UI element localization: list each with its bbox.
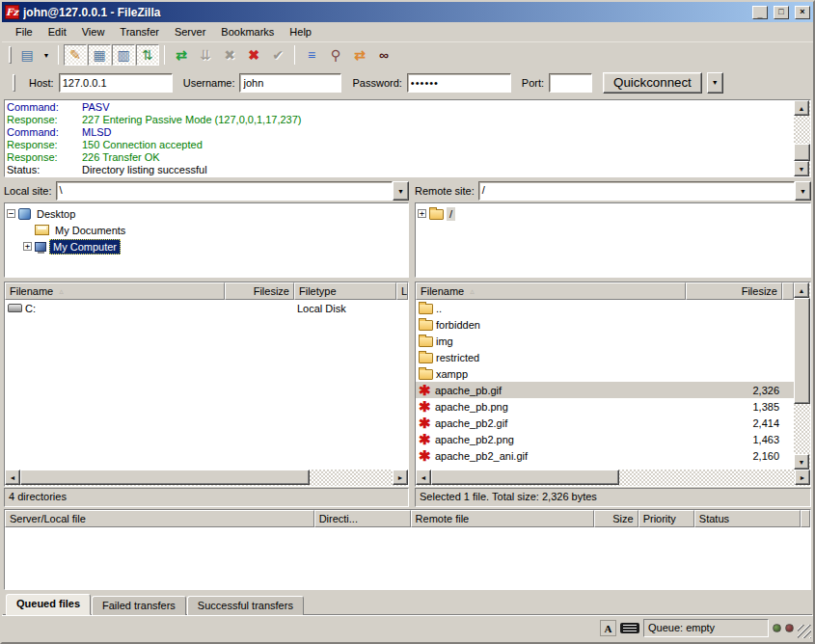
password-input[interactable] xyxy=(407,73,511,93)
column-header-direction[interactable]: Directi... xyxy=(314,510,411,527)
remote-horizontal-scrollbar[interactable]: ◄ ► xyxy=(416,470,810,486)
remote-file-row[interactable]: ✱apache_pb2.gif 2,414 xyxy=(416,415,794,431)
site-manager-button[interactable]: ▤ xyxy=(15,44,39,66)
scroll-down-icon[interactable]: ▼ xyxy=(794,454,809,470)
host-input[interactable] xyxy=(59,73,173,93)
quickconnect-button[interactable]: Quickconnect xyxy=(603,72,702,94)
log-scrollbar-thumb[interactable] xyxy=(794,144,810,161)
tree-item-root[interactable]: + / xyxy=(418,205,810,222)
column-header-server-local-file[interactable]: Server/Local file xyxy=(5,510,314,527)
tree-item-label[interactable]: / xyxy=(447,207,455,221)
local-hscroll-thumb[interactable] xyxy=(20,470,310,485)
process-queue-button[interactable]: ⇊ xyxy=(194,44,217,66)
remote-site-combo[interactable]: / ▼ xyxy=(478,181,811,201)
column-header-filetype[interactable]: Filetype xyxy=(294,282,396,300)
remote-file-row-selected[interactable]: ✱apache_pb.gif 2,326 xyxy=(416,382,794,398)
site-manager-dropdown-button[interactable]: ▼ xyxy=(40,44,53,66)
expand-icon[interactable]: + xyxy=(418,209,426,218)
remote-file-row[interactable]: restricted xyxy=(416,349,794,365)
toggle-message-log-button[interactable]: ✎ xyxy=(64,44,87,66)
menu-file[interactable]: File xyxy=(8,23,41,40)
column-header-priority[interactable]: Priority xyxy=(638,510,694,527)
tab-successful-transfers[interactable]: Successful transfers xyxy=(187,596,304,615)
window-resize-grip[interactable] xyxy=(798,625,811,638)
menu-help[interactable]: Help xyxy=(282,23,319,40)
local-site-dropdown-button[interactable]: ▼ xyxy=(393,181,409,201)
remote-vscroll-thumb[interactable] xyxy=(794,298,810,404)
menu-view[interactable]: View xyxy=(74,23,113,40)
filter-button[interactable]: ≡ xyxy=(300,44,323,66)
remote-file-row[interactable]: ✱apache_pb2_ani.gif 2,160 xyxy=(416,447,794,464)
remote-file-row[interactable]: ✱apache_pb.png 1,385 xyxy=(416,398,794,415)
remote-file-row[interactable]: xampp xyxy=(416,365,794,382)
local-site-combo[interactable]: \ ▼ xyxy=(56,181,409,201)
column-header-status[interactable]: Status xyxy=(694,510,801,527)
tree-item-desktop[interactable]: − Desktop xyxy=(7,205,408,222)
column-header-lastmodified[interactable]: L xyxy=(396,282,408,300)
tree-item-label[interactable]: Desktop xyxy=(34,207,78,221)
column-header-filesize[interactable]: Filesize xyxy=(686,282,782,300)
close-button[interactable]: × xyxy=(795,6,810,19)
remote-hscroll-thumb[interactable] xyxy=(431,470,619,485)
refresh-button[interactable]: ⇄ xyxy=(170,44,193,66)
column-header-filename[interactable]: Filename▵ xyxy=(416,282,686,300)
directory-comparison-button[interactable]: ⚲ xyxy=(324,44,347,66)
remote-list-rows[interactable]: .. forbidden img restricted xyxy=(416,300,794,470)
tree-item-my-documents[interactable]: My Documents xyxy=(7,222,408,238)
quickbar-grip[interactable] xyxy=(13,74,15,92)
tree-item-label[interactable]: My Documents xyxy=(52,224,128,237)
scroll-left-icon[interactable]: ◄ xyxy=(416,470,431,485)
remote-site-dropdown-button[interactable]: ▼ xyxy=(795,181,811,201)
local-horizontal-scrollbar[interactable]: ◄ ► xyxy=(5,470,408,486)
cancel-operation-button[interactable]: ✖ xyxy=(218,44,241,66)
tab-queued-files[interactable]: Queued files xyxy=(6,594,91,615)
toggle-remote-tree-button[interactable]: ▥ xyxy=(112,44,135,66)
reconnect-button[interactable]: ✔ xyxy=(266,44,289,66)
tree-item-label[interactable]: My Computer xyxy=(49,239,121,255)
local-directory-tree[interactable]: − Desktop My Documents + My Computer xyxy=(4,202,409,278)
remote-file-row[interactable]: forbidden xyxy=(416,316,794,333)
scroll-up-icon[interactable]: ▲ xyxy=(794,100,809,116)
local-file-row-c-drive[interactable]: C: Local Disk xyxy=(5,300,408,316)
remote-file-row[interactable]: ✱apache_pb2.png 1,463 xyxy=(416,431,794,447)
toggle-transfer-queue-button[interactable]: ⇅ xyxy=(136,44,159,66)
scroll-right-icon[interactable]: ► xyxy=(795,470,810,485)
menu-edit[interactable]: Edit xyxy=(41,23,74,40)
column-header-filesize[interactable]: Filesize xyxy=(225,282,294,300)
expand-icon[interactable]: + xyxy=(23,242,32,251)
scroll-down-icon[interactable]: ▼ xyxy=(794,161,809,176)
toolbar-grip[interactable] xyxy=(9,46,12,64)
remote-site-value[interactable]: / xyxy=(478,181,795,201)
maximize-button[interactable]: □ xyxy=(774,6,789,19)
menu-bookmarks[interactable]: Bookmarks xyxy=(213,23,282,40)
message-log[interactable]: Command:PASV Response:227 Entering Passi… xyxy=(5,100,794,176)
queue-list-area[interactable] xyxy=(5,527,810,589)
toggle-local-tree-button[interactable]: ▦ xyxy=(88,44,111,66)
scroll-left-icon[interactable]: ◄ xyxy=(5,470,20,485)
remote-vertical-scrollbar[interactable]: ▲ ▼ xyxy=(794,282,810,470)
column-header-filename[interactable]: Filename▵ xyxy=(5,282,225,300)
port-input[interactable] xyxy=(549,73,592,93)
local-list-rows[interactable]: C: Local Disk xyxy=(5,300,408,470)
log-vertical-scrollbar[interactable]: ▲ ▼ xyxy=(794,100,810,176)
minimize-button[interactable]: _ xyxy=(752,6,768,19)
remote-directory-tree[interactable]: + / xyxy=(415,202,811,278)
remote-file-row[interactable]: img xyxy=(416,333,794,349)
scroll-up-icon[interactable]: ▲ xyxy=(794,282,809,298)
collapse-icon[interactable]: − xyxy=(7,209,15,218)
quickconnect-dropdown-button[interactable]: ▼ xyxy=(707,72,723,94)
column-header-remote-file[interactable]: Remote file xyxy=(411,510,595,527)
local-site-value[interactable]: \ xyxy=(56,181,393,201)
column-header-size[interactable]: Size xyxy=(594,510,638,527)
username-input[interactable] xyxy=(239,73,341,93)
transfer-type-ascii-icon[interactable]: A xyxy=(600,620,616,636)
menu-transfer[interactable]: Transfer xyxy=(112,23,167,40)
synchronized-browsing-button[interactable]: ⇄ xyxy=(348,44,371,66)
disconnect-button[interactable]: ✖ xyxy=(242,44,265,66)
speed-limit-indicator-icon[interactable] xyxy=(620,623,639,633)
tree-item-my-computer[interactable]: + My Computer xyxy=(7,238,408,255)
remote-file-row[interactable]: .. xyxy=(416,300,794,316)
menu-server[interactable]: Server xyxy=(167,23,213,40)
tab-failed-transfers[interactable]: Failed transfers xyxy=(92,596,186,615)
find-files-button[interactable]: ∞ xyxy=(372,44,395,66)
